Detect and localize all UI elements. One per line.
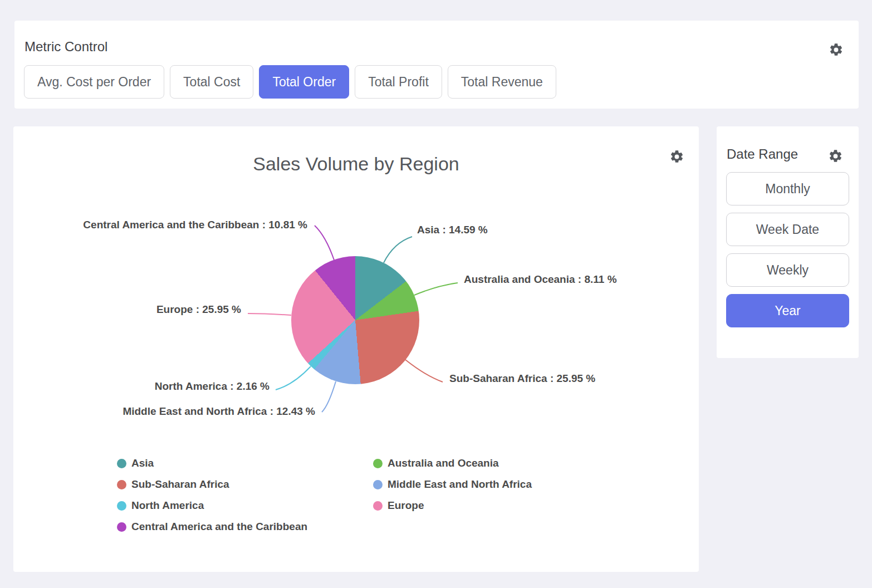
legend-dot-north-america — [117, 501, 126, 511]
slice-label-north-america: North America : 2.16 % — [155, 380, 270, 393]
date-button-monthly[interactable]: Monthly — [726, 172, 849, 205]
settings-gear-icon[interactable] — [829, 42, 844, 57]
date-range-panel: Date Range Monthly Week Date Weekly Year — [717, 126, 859, 358]
legend-dot-central-america-and-the-caribbean — [117, 522, 126, 532]
date-button-week-date[interactable]: Week Date — [726, 213, 849, 246]
date-range-button-group: Monthly Week Date Weekly Year — [726, 172, 849, 327]
metric-control-title: Metric Control — [25, 39, 107, 55]
pie-chart[interactable] — [291, 256, 419, 384]
legend-dot-sub-saharan-africa — [117, 480, 126, 489]
legend-dot-australia-and-oceania — [373, 459, 383, 468]
legend-item-sub-saharan-africa[interactable]: Sub-Saharan Africa — [117, 474, 373, 495]
slice-label-europe: Europe : 25.95 % — [156, 303, 241, 316]
settings-gear-icon[interactable] — [669, 149, 684, 164]
metric-button-total-order[interactable]: Total Order — [259, 65, 349, 99]
settings-gear-icon[interactable] — [828, 149, 843, 164]
metric-button-group: Avg. Cost per Order Total Cost Total Ord… — [24, 65, 556, 99]
legend-item-north-america[interactable]: North America — [117, 495, 373, 516]
date-button-year[interactable]: Year — [726, 294, 849, 327]
leader-line-australia-and-oceania — [414, 283, 458, 295]
legend-item-europe[interactable]: Europe — [373, 495, 532, 516]
date-range-title: Date Range — [727, 146, 798, 162]
metric-button-total-revenue[interactable]: Total Revenue — [448, 65, 556, 99]
leader-line-central-america-and-the-caribbean — [315, 226, 334, 260]
metric-button-avg-cost-per-order[interactable]: Avg. Cost per Order — [24, 65, 164, 99]
metric-button-total-cost[interactable]: Total Cost — [170, 65, 253, 99]
slice-label-australia-and-oceania: Australia and Oceania : 8.11 % — [464, 273, 617, 286]
leader-line-middle-east-and-north-africa — [322, 381, 336, 412]
leader-line-north-america — [276, 366, 311, 390]
legend-dot-europe — [373, 501, 383, 511]
leader-line-europe — [248, 313, 291, 315]
chart-legend: Asia Australia and Oceania Sub-Saharan A… — [117, 453, 532, 537]
sales-volume-chart-panel: Sales Volume by Region Central America a… — [13, 126, 699, 572]
legend-item-asia[interactable]: Asia — [117, 453, 373, 474]
metric-button-total-profit[interactable]: Total Profit — [355, 65, 442, 99]
metric-control-panel: Metric Control Avg. Cost per Order Total… — [14, 21, 859, 109]
slice-label-asia: Asia : 14.59 % — [417, 224, 488, 236]
slice-label-middle-east-and-north-africa: Middle East and North Africa : 12.43 % — [123, 405, 315, 418]
date-button-weekly[interactable]: Weekly — [726, 253, 849, 287]
legend-item-middle-east-and-north-africa[interactable]: Middle East and North Africa — [373, 474, 532, 495]
leader-line-asia — [384, 237, 412, 263]
leader-line-sub-saharan-africa — [405, 360, 443, 382]
slice-label-sub-saharan-africa: Sub-Saharan Africa : 25.95 % — [449, 373, 595, 385]
chart-title: Sales Volume by Region — [13, 153, 699, 175]
legend-item-australia-and-oceania[interactable]: Australia and Oceania — [373, 453, 532, 474]
legend-dot-middle-east-and-north-africa — [373, 480, 383, 489]
legend-item-central-america-and-the-caribbean[interactable]: Central America and the Caribbean — [117, 516, 373, 537]
slice-label-central-america-and-the-caribbean: Central America and the Caribbean : 10.8… — [83, 219, 307, 231]
legend-dot-asia — [117, 459, 126, 468]
